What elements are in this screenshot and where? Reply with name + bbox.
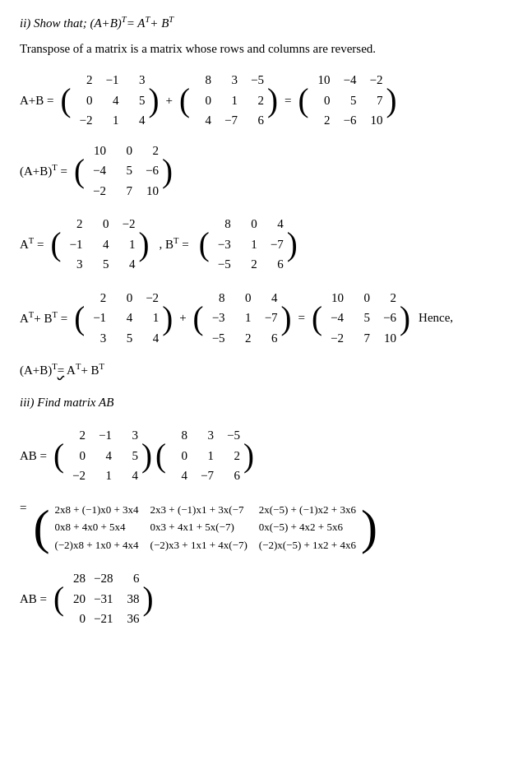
bracket-right-at: ) bbox=[138, 228, 149, 260]
matrix-at2-grid: 20−2 −141 354 bbox=[85, 287, 162, 350]
matrix-a-iii: ( 2−13 045 −214 ) bbox=[53, 424, 152, 487]
aplusb-t-label: (A+B)T = bbox=[20, 161, 67, 181]
matrix-ab-grid: 28−286 20−3138 0−2136 bbox=[64, 568, 142, 630]
bracket-left-a-iii: ( bbox=[53, 439, 64, 471]
bracket-right-aplusbt: ) bbox=[162, 155, 173, 187]
section-iii-title: iii) Find matrix AB bbox=[20, 393, 512, 412]
atplusbt-equation: AT+ BT = ( 20−2 −141 354 ) + ( 804 −31−7… bbox=[20, 287, 512, 350]
bracket-left-bt2: ( bbox=[193, 302, 204, 334]
bracket-right-ab: ) bbox=[143, 582, 154, 614]
bracket-left-bt: ( bbox=[199, 228, 210, 260]
bracket-right-aplusb: ) bbox=[386, 84, 396, 116]
bracket-left-a: ( bbox=[61, 84, 72, 116]
big-bracket-right: ) bbox=[361, 503, 377, 552]
matrix-aplusb: ( 10−4−2 057 2−610 ) bbox=[298, 69, 396, 132]
sup-bt2: T bbox=[52, 310, 57, 319]
matrix-ab-result: ( 28−286 20−3138 0−2136 ) bbox=[53, 568, 153, 630]
ab-expansion: = ( 2x8 + (−1)x0 + 3x4 2x3 + (−1)x1 + 3x… bbox=[20, 498, 512, 557]
matrix-at: ( 20−2 −141 354 ) bbox=[50, 213, 149, 276]
sup-t2: T bbox=[145, 15, 150, 24]
sup-t1: T bbox=[122, 15, 127, 24]
matrix-bt2-grid: 804 −31−7 −526 bbox=[204, 287, 281, 350]
section-ii-title: ii) Show that; (A+B)T= AT+ BT bbox=[20, 13, 512, 33]
expansion-matrix: ( 2x8 + (−1)x0 + 3x4 2x3 + (−1)x1 + 3x(−… bbox=[33, 498, 377, 557]
matrix-bt-grid: 804 −31−7 −526 bbox=[210, 213, 287, 276]
matrix-b: ( 83−5 012 4−76 ) bbox=[179, 69, 278, 132]
matrix-bt: ( 804 −31−7 −526 ) bbox=[199, 213, 298, 276]
equals-op-2: = bbox=[298, 308, 305, 327]
sup-conc-at: T bbox=[76, 362, 81, 371]
bracket-right-result: ) bbox=[400, 302, 410, 334]
conclusion: (A+B)T= AT+ BT bbox=[20, 360, 512, 380]
aplusb-transpose-equation: (A+B)T = ( 1002 −45−6 −2710 ) bbox=[20, 140, 512, 202]
ab-result-label: AB = bbox=[20, 590, 47, 609]
section-ii: ii) Show that; (A+B)T= AT+ BT Transpose … bbox=[20, 13, 512, 380]
bracket-right-at2: ) bbox=[162, 302, 173, 334]
matrix-b-iii: ( 83−5 012 4−76 ) bbox=[155, 424, 254, 487]
matrix-result-grid: 1002 −45−6 −2710 bbox=[322, 287, 400, 350]
sup-t-trans: T bbox=[52, 163, 57, 172]
equals-sign-expand: = bbox=[20, 498, 26, 517]
ab-result-equation: AB = ( 28−286 20−3138 0−2136 ) bbox=[20, 568, 512, 630]
sup-at: T bbox=[29, 236, 34, 245]
atplusbt-label: AT+ BT = bbox=[20, 308, 67, 328]
matrix-result: ( 1002 −45−6 −2710 ) bbox=[312, 287, 410, 350]
matrix-aplusbt-grid: 1002 −45−6 −2710 bbox=[85, 140, 162, 202]
bracket-left-b-iii: ( bbox=[155, 439, 166, 471]
matrix-at2: ( 20−2 −141 354 ) bbox=[74, 287, 173, 350]
sup-conc-bt: T bbox=[99, 362, 104, 371]
matrix-at-grid: 20−2 −141 354 bbox=[61, 213, 138, 276]
hence-text: Hence, bbox=[419, 308, 453, 327]
bracket-right-b-iii: ) bbox=[243, 439, 254, 471]
expansion-grid: 2x8 + (−1)x0 + 3x4 2x3 + (−1)x1 + 3x(−7 … bbox=[49, 498, 360, 557]
bracket-right-bt: ) bbox=[287, 228, 298, 260]
sup-t3: T bbox=[169, 15, 173, 24]
bracket-left-result: ( bbox=[312, 302, 322, 334]
bracket-right-a: ) bbox=[149, 84, 160, 116]
ab-equation: AB = ( 2−13 045 −214 ) ( 83−5 012 4−76 ) bbox=[20, 424, 512, 487]
matrix-b-iii-grid: 83−5 012 4−76 bbox=[166, 424, 243, 487]
equals-op-1: = bbox=[285, 91, 291, 110]
aplusb-label: A+B = bbox=[20, 91, 54, 110]
ab-label: AB = bbox=[20, 447, 47, 466]
matrix-aplusb-grid: 10−4−2 057 2−610 bbox=[308, 69, 386, 132]
bracket-right-bt2: ) bbox=[281, 302, 292, 334]
bracket-right-a-iii: ) bbox=[141, 439, 152, 471]
section-iii: iii) Find matrix AB AB = ( 2−13 045 −214… bbox=[20, 393, 512, 630]
aplusb-equation: A+B = ( 2−13 045 −214 ) + ( 83−5 012 4−7… bbox=[20, 69, 512, 132]
squiggle: = bbox=[58, 364, 64, 377]
bracket-left-aplusbt: ( bbox=[74, 155, 85, 187]
matrix-aplusb-t: ( 1002 −45−6 −2710 ) bbox=[74, 140, 173, 202]
definition-text: Transpose of a matrix is a matrix whose … bbox=[20, 39, 512, 58]
sup-at2: T bbox=[29, 310, 34, 319]
plus-op-1: + bbox=[166, 91, 173, 110]
big-bracket-left: ( bbox=[33, 503, 49, 552]
sup-bt: T bbox=[173, 236, 178, 245]
bracket-left-b: ( bbox=[179, 84, 190, 116]
matrix-a-grid: 2−13 045 −214 bbox=[72, 69, 149, 132]
matrix-b-grid: 83−5 012 4−76 bbox=[190, 69, 267, 132]
plus-op-2: + bbox=[179, 308, 186, 327]
bracket-right-b: ) bbox=[267, 84, 278, 116]
bracket-left-ab: ( bbox=[53, 582, 64, 614]
matrix-a-iii-grid: 2−13 045 −214 bbox=[64, 424, 141, 487]
bracket-left-at: ( bbox=[50, 228, 61, 260]
matrix-bt2: ( 804 −31−7 −526 ) bbox=[193, 287, 292, 350]
comma-sep: , BT = bbox=[159, 234, 188, 254]
at-bt-equation: AT = ( 20−2 −141 354 ) , BT = ( 804 −31−… bbox=[20, 213, 512, 276]
bracket-left-aplusb: ( bbox=[298, 84, 308, 116]
bracket-left-at2: ( bbox=[74, 302, 85, 334]
at-label: AT = bbox=[20, 234, 44, 254]
matrix-a: ( 2−13 045 −214 ) bbox=[61, 69, 160, 132]
